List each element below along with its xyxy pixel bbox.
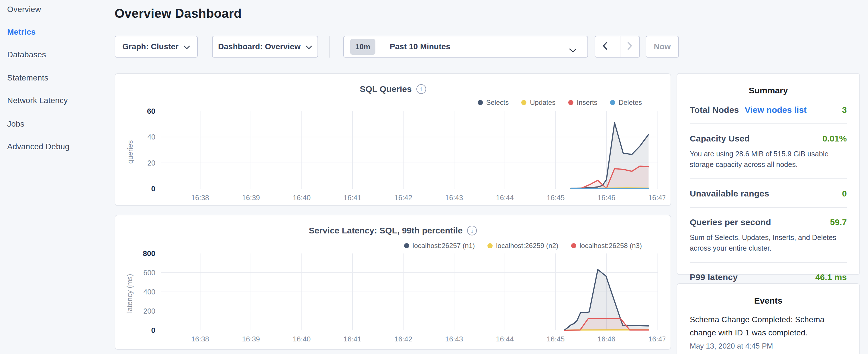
sidebar-item-databases[interactable]: Databases — [7, 50, 46, 59]
time-range-label: Past 10 Minutes — [390, 42, 451, 51]
summary-row-queries-per-second: Queries per second 59.7 Sum of Selects, … — [690, 207, 847, 262]
time-range-badge: 10m — [350, 39, 375, 55]
svg-text:16:45: 16:45 — [547, 194, 565, 201]
svg-text:16:47: 16:47 — [648, 335, 665, 342]
svg-text:60: 60 — [147, 107, 155, 116]
view-nodes-list-link[interactable]: View nodes list — [745, 105, 807, 115]
sql-queries-chart[interactable]: 16:3816:3916:4016:4116:4216:4316:4416:45… — [121, 106, 665, 201]
svg-text:16:39: 16:39 — [242, 194, 260, 201]
chevron-down-icon — [569, 45, 577, 55]
legend-dot-icon — [521, 100, 526, 105]
sidebar-item-statements[interactable]: Statements — [7, 73, 49, 83]
summary-value: 3 — [842, 105, 847, 115]
svg-text:16:40: 16:40 — [293, 335, 311, 342]
chevron-left-icon — [602, 41, 608, 52]
legend-item[interactable]: Deletes — [610, 99, 642, 106]
svg-text:600: 600 — [143, 269, 155, 277]
svg-text:16:43: 16:43 — [445, 335, 463, 342]
sidebar-item-overview[interactable]: Overview — [7, 5, 41, 14]
dashboard-dropdown-label: Dashboard: Overview — [218, 42, 301, 51]
chevron-right-icon — [627, 41, 633, 52]
summary-label: Queries per second — [690, 217, 771, 227]
svg-text:16:46: 16:46 — [597, 194, 616, 201]
svg-text:16:39: 16:39 — [242, 335, 260, 342]
svg-text:16:42: 16:42 — [394, 335, 412, 342]
summary-label: P99 latency — [690, 272, 738, 282]
legend-dot-icon — [610, 100, 615, 105]
chart-title: SQL Queries — [360, 84, 411, 94]
time-step-back-button[interactable] — [595, 36, 615, 57]
chevron-down-icon — [184, 42, 190, 51]
sidebar-item-metrics[interactable]: Metrics — [7, 28, 35, 37]
time-range-dropdown[interactable]: 10m Past 10 Minutes — [343, 36, 588, 58]
toolbar-divider — [329, 36, 330, 58]
legend-label: Inserts — [577, 99, 597, 106]
svg-text:16:41: 16:41 — [344, 335, 362, 342]
event-item[interactable]: Schema Change Completed: Schema change w… — [690, 313, 847, 351]
summary-value: 0.01% — [823, 134, 847, 143]
legend-label: Updates — [530, 99, 555, 106]
time-step-buttons — [595, 36, 640, 58]
svg-text:0: 0 — [151, 185, 155, 193]
svg-text:16:38: 16:38 — [191, 194, 209, 201]
svg-text:16:42: 16:42 — [394, 194, 412, 201]
chart-legend: SelectsUpdatesInsertsDeletes — [478, 99, 642, 106]
legend-item[interactable]: Selects — [478, 99, 509, 106]
svg-text:800: 800 — [143, 249, 155, 258]
sql-queries-chart-card: SQL Queries i SelectsUpdatesInsertsDelet… — [115, 73, 671, 206]
svg-text:16:38: 16:38 — [191, 335, 209, 342]
legend-dot-icon — [568, 100, 574, 105]
legend-item[interactable]: Updates — [521, 99, 555, 106]
summary-row-capacity-used: Capacity Used 0.01% You are using 28.6 M… — [690, 123, 847, 179]
svg-text:200: 200 — [143, 307, 155, 315]
chart-title: Service Latency: SQL, 99th percentile — [309, 226, 463, 235]
svg-text:16:44: 16:44 — [496, 335, 514, 342]
time-step-forward-button[interactable] — [620, 36, 639, 57]
summary-description: You are using 28.6 MiB of 515.9 GiB usab… — [690, 149, 844, 170]
summary-value: 0 — [842, 189, 847, 198]
service-latency-chart[interactable]: 16:3816:3916:4016:4116:4216:4316:4416:45… — [121, 247, 665, 342]
event-timestamp: May 13, 2020 at 4:45 PM — [690, 342, 847, 351]
legend-label: Selects — [486, 99, 509, 106]
summary-label: Total Nodes — [690, 105, 739, 115]
now-button[interactable]: Now — [646, 36, 679, 58]
info-icon[interactable]: i — [416, 84, 426, 94]
svg-text:16:41: 16:41 — [344, 194, 362, 201]
svg-text:16:45: 16:45 — [547, 335, 565, 342]
summary-heading: Summary — [677, 74, 859, 95]
svg-text:20: 20 — [147, 159, 155, 167]
info-icon[interactable]: i — [467, 226, 477, 235]
legend-label: Deletes — [619, 99, 642, 106]
svg-text:16:43: 16:43 — [445, 194, 463, 201]
svg-text:400: 400 — [143, 288, 155, 296]
svg-text:40: 40 — [147, 133, 155, 141]
svg-text:0: 0 — [151, 326, 155, 334]
sidebar-item-jobs[interactable]: Jobs — [7, 120, 24, 129]
events-heading: Events — [677, 284, 859, 305]
summary-row-total-nodes: Total Nodes View nodes list 3 — [690, 95, 847, 123]
graph-scope-dropdown-label: Graph: Cluster — [122, 42, 179, 51]
sidebar-item-network-latency[interactable]: Network Latency — [7, 96, 68, 105]
summary-value: 59.7 — [830, 217, 847, 227]
legend-dot-icon — [478, 100, 483, 105]
service-latency-chart-card: Service Latency: SQL, 99th percentile i … — [115, 215, 671, 350]
summary-row-unavailable-ranges: Unavailable ranges 0 — [690, 179, 847, 207]
dashboard-dropdown[interactable]: Dashboard: Overview — [212, 36, 318, 58]
sidebar-item-advanced-debug[interactable]: Advanced Debug — [7, 142, 70, 151]
summary-panel: Summary Total Nodes View nodes list 3 Ca… — [677, 73, 860, 275]
svg-text:16:44: 16:44 — [496, 194, 514, 201]
event-text: Schema Change Completed: Schema change w… — [690, 313, 847, 340]
summary-value: 46.1 ms — [815, 272, 847, 282]
graph-scope-dropdown[interactable]: Graph: Cluster — [115, 36, 198, 58]
summary-label: Capacity Used — [690, 134, 750, 143]
events-panel: Events Schema Change Completed: Schema c… — [677, 283, 860, 354]
summary-description: Sum of Selects, Updates, Inserts, and De… — [690, 232, 844, 254]
svg-text:16:40: 16:40 — [293, 194, 311, 201]
legend-item[interactable]: Inserts — [568, 99, 597, 106]
svg-text:16:46: 16:46 — [597, 335, 616, 342]
summary-label: Unavailable ranges — [690, 189, 769, 198]
now-button-label: Now — [654, 42, 671, 51]
svg-text:16:47: 16:47 — [648, 194, 665, 201]
chevron-down-icon — [306, 42, 312, 51]
page-title: Overview Dashboard — [115, 6, 242, 21]
